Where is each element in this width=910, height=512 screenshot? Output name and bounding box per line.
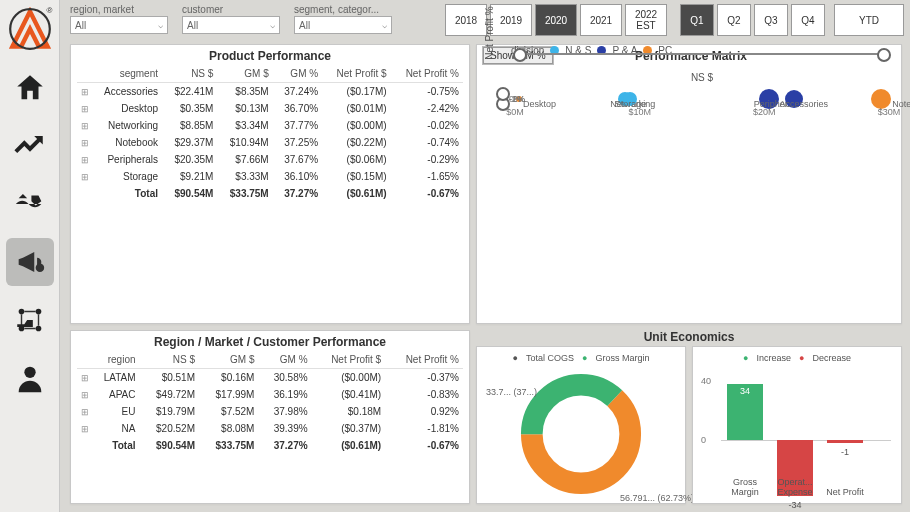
svg-point-6 bbox=[24, 367, 35, 378]
expand-icon[interactable]: ⊞ bbox=[77, 420, 89, 437]
expand-icon[interactable]: ⊞ bbox=[77, 369, 89, 387]
chevron-down-icon: ⌵ bbox=[270, 20, 275, 30]
table-row[interactable]: ⊞Storage$9.21M$3.33M36.10%($0.15M)-1.65% bbox=[77, 168, 463, 185]
unit-economics-title: Unit Economics bbox=[476, 330, 902, 344]
filter-customer-select[interactable]: All⌵ bbox=[182, 16, 280, 34]
filter-region-select[interactable]: All⌵ bbox=[70, 16, 168, 34]
table-row[interactable]: ⊞Accessories$22.41M$8.35M37.24%($0.17M)-… bbox=[77, 83, 463, 101]
x-tick: $10M bbox=[628, 107, 651, 117]
product-perf-title: Product Performance bbox=[77, 49, 463, 63]
donut-chart[interactable]: 33.7... (37...) 56.791... (62.73%) bbox=[516, 369, 646, 499]
x-tick: $20M bbox=[753, 107, 776, 117]
x-range-slider[interactable] bbox=[515, 53, 889, 55]
col-header[interactable]: NS $ bbox=[162, 65, 217, 83]
year-quarter-picker: 20182019202020212022EST Q1Q2Q3Q4 YTD bbox=[445, 4, 904, 36]
year-button-2018[interactable]: 2018 bbox=[445, 4, 487, 36]
expand-icon[interactable]: ⊞ bbox=[77, 151, 89, 168]
year-button-2020[interactable]: 2020 bbox=[535, 4, 577, 36]
expand-icon[interactable]: ⊞ bbox=[77, 83, 89, 101]
waterfall-ytick: 0 bbox=[701, 435, 706, 445]
nav-user[interactable] bbox=[6, 354, 54, 402]
filter-segment: segment, categor... All⌵ bbox=[294, 4, 392, 34]
region-perf-table[interactable]: regionNS $GM $GM %Net Profit $Net Profit… bbox=[77, 351, 463, 454]
waterfall-oe-value: -34 bbox=[777, 500, 813, 510]
filter-region: region, market All⌵ bbox=[70, 4, 168, 34]
table-row[interactable]: ⊞Peripherals$20.35M$7.66M37.67%($0.06M)-… bbox=[77, 151, 463, 168]
col-header[interactable]: GM $ bbox=[199, 351, 258, 369]
waterfall-x-label: Operat... Expense bbox=[773, 477, 817, 497]
col-header[interactable]: GM % bbox=[273, 65, 322, 83]
expand-icon[interactable]: ⊞ bbox=[77, 386, 89, 403]
waterfall-x-label: Net Profit bbox=[823, 487, 867, 497]
x-axis-label: NS $ bbox=[691, 72, 713, 83]
year-button-2022EST[interactable]: 2022EST bbox=[625, 4, 667, 36]
quarter-button-Q2[interactable]: Q2 bbox=[717, 4, 751, 36]
region-perf-title: Region / Market / Customer Performance bbox=[77, 335, 463, 349]
performance-matrix-panel: Show GM % Performance Matrix division N … bbox=[476, 44, 902, 324]
y-tick: -2% bbox=[509, 94, 525, 104]
svg-point-3 bbox=[35, 309, 41, 315]
donut-chart-panel: ●Total COGS ●Gross Margin 33.7... (37...… bbox=[476, 346, 686, 504]
col-header[interactable]: Net Profit $ bbox=[312, 351, 386, 369]
waterfall-chart[interactable]: 40 0 34 -34 -1 Gross Margin Operat... Ex… bbox=[699, 365, 895, 499]
table-row[interactable]: ⊞LATAM$0.51M$0.16M30.58%($0.00M)-0.37% bbox=[77, 369, 463, 387]
y-axis-label: Net Profit % bbox=[484, 6, 495, 59]
expand-icon[interactable]: ⊞ bbox=[77, 168, 89, 185]
svg-point-1 bbox=[35, 263, 44, 272]
ytd-button[interactable]: YTD bbox=[834, 4, 904, 36]
nav-deals[interactable] bbox=[6, 180, 54, 228]
scatter-label: Desktop bbox=[523, 99, 556, 109]
year-button-2019[interactable]: 2019 bbox=[490, 4, 532, 36]
product-performance-panel: Product Performance segmentNS $GM $GM %N… bbox=[70, 44, 470, 324]
table-row[interactable]: ⊞Notebook$29.37M$10.94M37.25%($0.22M)-0.… bbox=[77, 134, 463, 151]
waterfall-legend: ●Increase ●Decrease bbox=[743, 353, 851, 363]
waterfall-x-label: Gross Margin bbox=[723, 477, 767, 497]
expand-icon[interactable]: ⊞ bbox=[77, 134, 89, 151]
x-tick: $0M bbox=[506, 107, 524, 117]
chevron-down-icon: ⌵ bbox=[158, 20, 163, 30]
nav-home[interactable] bbox=[6, 64, 54, 112]
table-row[interactable]: ⊞APAC$49.72M$17.99M36.19%($0.41M)-0.83% bbox=[77, 386, 463, 403]
chevron-down-icon: ⌵ bbox=[382, 20, 387, 30]
filter-segment-label: segment, categor... bbox=[294, 4, 392, 15]
region-performance-panel: Region / Market / Customer Performance r… bbox=[70, 330, 470, 504]
donut-cogs-label: 56.791... (62.73%) bbox=[620, 493, 694, 503]
quarter-button-Q4[interactable]: Q4 bbox=[791, 4, 825, 36]
table-row[interactable]: ⊞Desktop$0.35M$0.13M36.70%($0.01M)-2.42% bbox=[77, 100, 463, 117]
waterfall-np-value: -1 bbox=[827, 447, 863, 457]
filter-customer-label: customer bbox=[182, 4, 280, 15]
table-total-row: Total$90.54M$33.75M37.27%($0.61M)-0.67% bbox=[77, 437, 463, 454]
quarter-button-Q1[interactable]: Q1 bbox=[680, 4, 714, 36]
col-header[interactable]: segment bbox=[89, 65, 162, 83]
year-button-2021[interactable]: 2021 bbox=[580, 4, 622, 36]
x-tick: $30M bbox=[878, 107, 901, 117]
table-row[interactable]: ⊞NA$20.52M$8.08M39.39%($0.37M)-1.81% bbox=[77, 420, 463, 437]
col-header[interactable]: NS $ bbox=[140, 351, 199, 369]
col-header[interactable]: Net Profit % bbox=[385, 351, 463, 369]
donut-legend: ●Total COGS ●Gross Margin bbox=[513, 353, 650, 363]
nav-marketing[interactable] bbox=[6, 238, 54, 286]
col-header[interactable]: Net Profit $ bbox=[322, 65, 390, 83]
product-perf-table[interactable]: segmentNS $GM $GM %Net Profit $Net Profi… bbox=[77, 65, 463, 202]
nav-growth[interactable] bbox=[6, 122, 54, 170]
sidebar: ® bbox=[0, 0, 60, 512]
svg-point-5 bbox=[35, 326, 41, 332]
expand-icon[interactable]: ⊞ bbox=[77, 117, 89, 134]
svg-point-2 bbox=[18, 309, 24, 315]
col-header[interactable]: Net Profit % bbox=[391, 65, 463, 83]
scatter-point-Notebook[interactable] bbox=[871, 89, 891, 109]
registered-mark: ® bbox=[47, 6, 53, 15]
waterfall-gm-value: 34 bbox=[727, 386, 763, 396]
expand-icon[interactable]: ⊞ bbox=[77, 403, 89, 420]
quarter-button-Q3[interactable]: Q3 bbox=[754, 4, 788, 36]
table-row[interactable]: ⊞Networking$8.85M$3.34M37.77%($0.00M)-0.… bbox=[77, 117, 463, 134]
col-header[interactable]: GM $ bbox=[217, 65, 272, 83]
table-row[interactable]: ⊞EU$19.79M$7.52M37.98%$0.18M0.92% bbox=[77, 403, 463, 420]
waterfall-chart-panel: ●Increase ●Decrease 40 0 34 -34 -1 Gross… bbox=[692, 346, 902, 504]
filter-segment-select[interactable]: All⌵ bbox=[294, 16, 392, 34]
expand-icon[interactable]: ⊞ bbox=[77, 100, 89, 117]
col-header[interactable]: region bbox=[89, 351, 140, 369]
nav-supply[interactable] bbox=[6, 296, 54, 344]
logo: ® bbox=[5, 4, 55, 54]
col-header[interactable]: GM % bbox=[258, 351, 311, 369]
